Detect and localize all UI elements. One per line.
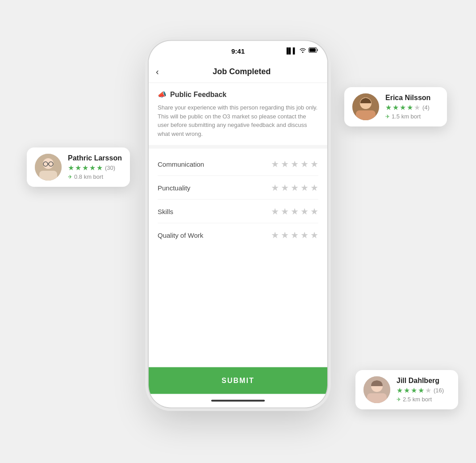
card-star-2: ★: [404, 386, 410, 395]
profile-card-erica[interactable]: Erica Nilsson ★ ★ ★ ★ ★ (4) ✈ 1.5 km bor…: [344, 87, 447, 126]
star-2[interactable]: ★: [281, 159, 289, 169]
card-star-3: ★: [82, 164, 88, 172]
card-stars-jill: ★ ★ ★ ★ ★ (16): [397, 386, 444, 395]
card-name-erica: Erica Nilsson: [385, 94, 430, 102]
star-2[interactable]: ★: [281, 206, 289, 217]
star-4[interactable]: ★: [301, 182, 309, 193]
card-distance-pathric: ✈ 0.8 km bort: [68, 173, 122, 180]
rating-row-punctuality: Punctuality ★ ★ ★ ★ ★: [158, 176, 318, 200]
rating-label-quality: Quality of Work: [158, 231, 203, 239]
card-star-2: ★: [392, 103, 399, 112]
star-5[interactable]: ★: [310, 230, 318, 240]
feedback-body: Share your experience with this person r…: [158, 103, 318, 138]
star-2[interactable]: ★: [281, 182, 289, 193]
scene: 9:41 ▐▌▌: [0, 0, 476, 463]
star-1[interactable]: ★: [271, 206, 279, 217]
card-star-2: ★: [75, 164, 81, 172]
rating-row-skills: Skills ★ ★ ★ ★ ★: [158, 200, 318, 223]
avatar-jill: [363, 376, 390, 403]
card-distance-jill: ✈ 2.5 km bort: [397, 396, 444, 403]
home-bar: [211, 400, 265, 402]
star-2[interactable]: ★: [281, 230, 289, 240]
star-3[interactable]: ★: [291, 230, 299, 240]
star-3[interactable]: ★: [291, 159, 299, 169]
svg-rect-1: [309, 48, 316, 52]
card-star-5: ★: [425, 386, 431, 395]
card-star-1: ★: [397, 386, 403, 395]
stars-punctuality[interactable]: ★ ★ ★ ★ ★: [271, 182, 318, 193]
submit-button[interactable]: SUBMIT: [149, 367, 327, 394]
card-info-jill: Jill Dahlberg ★ ★ ★ ★ ★ (16) ✈ 2.5 km bo…: [397, 377, 444, 403]
feedback-title: Public Feedback: [170, 90, 226, 98]
svg-rect-10: [356, 110, 376, 120]
card-star-4: ★: [418, 386, 424, 395]
star-3[interactable]: ★: [291, 206, 299, 217]
card-name-jill: Jill Dahlberg: [397, 377, 444, 385]
card-info-pathric: Pathric Larsson ★ ★ ★ ★ ★ (30) ✈ 0.8 km …: [68, 154, 122, 180]
card-stars-erica: ★ ★ ★ ★ ★ (4): [385, 103, 430, 112]
phone-frame: 9:41 ▐▌▌: [149, 41, 327, 408]
star-5[interactable]: ★: [310, 206, 318, 217]
card-star-1: ★: [68, 164, 74, 172]
card-star-4: ★: [89, 164, 96, 172]
card-rating-count-erica: (4): [422, 104, 430, 111]
card-star-4: ★: [407, 103, 413, 112]
rating-label-communication: Communication: [158, 160, 204, 168]
star-4[interactable]: ★: [301, 230, 309, 240]
location-icon-erica: ✈: [385, 114, 390, 120]
card-rating-count-jill: (16): [434, 387, 444, 394]
feedback-section: 📣 Public Feedback Share your experience …: [149, 83, 327, 145]
feedback-header: 📣 Public Feedback: [158, 90, 318, 99]
card-rating-count-pathric: (30): [105, 164, 115, 171]
card-distance-erica: ✈ 1.5 km bort: [385, 113, 430, 120]
card-star-5: ★: [414, 103, 420, 112]
star-4[interactable]: ★: [301, 206, 309, 217]
signal-icon: ▐▌▌: [284, 47, 297, 54]
card-star-5: ★: [96, 164, 103, 172]
rating-row-quality: Quality of Work ★ ★ ★ ★ ★: [158, 223, 318, 247]
location-icon-jill: ✈: [397, 396, 401, 403]
card-star-3: ★: [411, 386, 417, 395]
card-distance-text-pathric: 0.8 km bort: [74, 173, 103, 180]
rating-section: Communication ★ ★ ★ ★ ★ Punctuality ★ ★ …: [149, 149, 327, 367]
card-info-erica: Erica Nilsson ★ ★ ★ ★ ★ (4) ✈ 1.5 km bor…: [385, 94, 430, 120]
card-distance-text-erica: 1.5 km bort: [392, 113, 421, 120]
location-icon-pathric: ✈: [68, 174, 72, 180]
star-5[interactable]: ★: [310, 182, 318, 193]
svg-rect-4: [39, 171, 57, 181]
avatar-pathric: [35, 154, 62, 181]
rating-row-communication: Communication ★ ★ ★ ★ ★: [158, 152, 318, 176]
card-star-3: ★: [400, 103, 406, 112]
battery-icon: [309, 47, 318, 54]
megaphone-icon: 📣: [158, 90, 167, 99]
status-bar: 9:41 ▐▌▌: [149, 41, 327, 61]
star-5[interactable]: ★: [310, 159, 318, 169]
home-indicator: [149, 394, 327, 408]
stars-communication[interactable]: ★ ★ ★ ★ ★: [271, 159, 318, 169]
card-name-pathric: Pathric Larsson: [68, 154, 122, 162]
star-1[interactable]: ★: [271, 159, 279, 169]
card-stars-pathric: ★ ★ ★ ★ ★ (30): [68, 164, 122, 172]
star-1[interactable]: ★: [271, 230, 279, 240]
card-distance-text-jill: 2.5 km bort: [403, 396, 432, 403]
avatar-erica: [352, 93, 379, 120]
status-icons: ▐▌▌: [284, 47, 318, 54]
svg-rect-13: [367, 393, 387, 403]
nav-title: Job Completed: [163, 67, 320, 76]
stars-quality[interactable]: ★ ★ ★ ★ ★: [271, 230, 318, 240]
rating-label-punctuality: Punctuality: [158, 184, 190, 191]
star-3[interactable]: ★: [291, 182, 299, 193]
star-4[interactable]: ★: [301, 159, 309, 169]
svg-point-3: [43, 158, 54, 169]
card-star-1: ★: [385, 103, 392, 112]
wifi-icon: [299, 47, 306, 54]
back-button[interactable]: ‹: [156, 67, 159, 77]
profile-card-jill[interactable]: Jill Dahlberg ★ ★ ★ ★ ★ (16) ✈ 2.5 km bo…: [355, 370, 458, 409]
nav-bar: ‹ Job Completed: [149, 61, 327, 83]
rating-label-skills: Skills: [158, 207, 173, 215]
star-1[interactable]: ★: [271, 182, 279, 193]
screen-content: 📣 Public Feedback Share your experience …: [149, 83, 327, 367]
status-time: 9:41: [231, 47, 245, 55]
profile-card-pathric[interactable]: Pathric Larsson ★ ★ ★ ★ ★ (30) ✈ 0.8 km …: [27, 147, 130, 187]
stars-skills[interactable]: ★ ★ ★ ★ ★: [271, 206, 318, 217]
